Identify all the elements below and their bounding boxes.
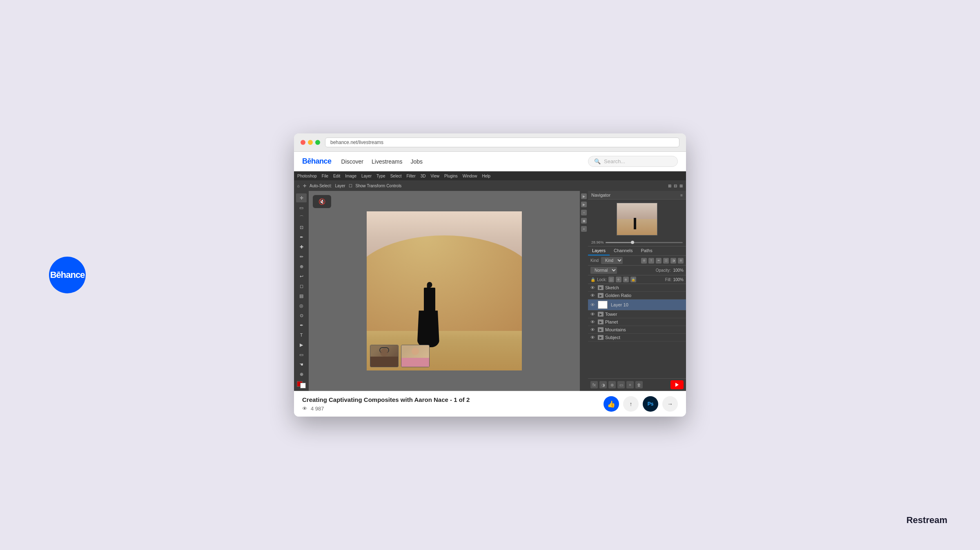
move-tool[interactable]: ✛ (296, 193, 307, 202)
lock-option-1[interactable]: ◫ (608, 277, 614, 282)
layer-visibility-icon[interactable]: 👁 (590, 335, 596, 340)
lasso-tool[interactable]: ⌒ (296, 213, 307, 222)
layer-group-button[interactable]: ▭ (617, 381, 625, 388)
like-button[interactable]: 👍 (604, 396, 619, 412)
next-button[interactable]: → (662, 396, 678, 412)
layer-adjustment-button[interactable]: ⊕ (608, 381, 616, 388)
share-button[interactable]: ↑ (623, 396, 639, 412)
ps-menu-select[interactable]: Select (390, 174, 402, 178)
ps-menu-help[interactable]: Help (482, 174, 490, 178)
panel-toggle-5[interactable]: ≡ (581, 226, 587, 232)
kind-dropdown[interactable]: Kind (601, 257, 623, 264)
dodge-tool[interactable]: ⊙ (296, 311, 307, 320)
layer-item[interactable]: 👁 ▶ Golden Ratio (588, 292, 686, 299)
ps-right-mini-tools: ▶ ▶ + ◼ ≡ (580, 191, 588, 391)
type-tool[interactable]: T (296, 330, 307, 339)
panel-toggle-1[interactable]: ▶ (581, 193, 587, 199)
nav-livestreams[interactable]: Livestreams (372, 158, 402, 165)
youtube-badge[interactable] (670, 380, 684, 389)
layer-mask-button[interactable]: ◑ (599, 381, 607, 388)
zoom-track[interactable] (606, 242, 683, 243)
ps-menu-image[interactable]: Image (345, 174, 356, 178)
layer-visibility-icon[interactable]: 👁 (590, 285, 596, 290)
layer-item[interactable]: 👁 ▶ Tower (588, 310, 686, 318)
clone-tool[interactable]: ⊕ (296, 262, 307, 271)
close-dot[interactable] (301, 140, 305, 145)
ps-button[interactable]: Ps (643, 396, 658, 412)
layer-delete-button[interactable]: 🗑 (635, 381, 643, 388)
layer-filter-icon-1[interactable]: ⊛ (641, 258, 647, 264)
minimize-dot[interactable] (308, 140, 313, 145)
path-selection-tool[interactable]: ▶ (296, 340, 307, 349)
navigator-collapse-icon[interactable]: ≡ (680, 193, 683, 197)
mute-button[interactable]: 🔇 (313, 195, 331, 208)
ps-menu-file[interactable]: File (322, 174, 328, 178)
layer-item[interactable]: 👁 ▶ Subject (588, 334, 686, 342)
layer-filter-icon-2[interactable]: T (648, 258, 654, 264)
nav-discover[interactable]: Discover (341, 158, 363, 165)
ps-menu-layer[interactable]: Layer (361, 174, 372, 178)
ps-menu-plugins[interactable]: Plugins (444, 174, 458, 178)
layer-item-selected[interactable]: 👁 Layer 10 (588, 299, 686, 310)
layer-item[interactable]: 👁 ▶ Mountains (588, 326, 686, 334)
ps-layer-dropdown[interactable]: Layer (335, 184, 345, 188)
layer-item[interactable]: 👁 ▶ Sketch (588, 284, 686, 292)
layer-filter-icon-6[interactable]: ⊗ (678, 258, 684, 264)
blur-tool[interactable]: ◎ (296, 301, 307, 310)
pen-tool[interactable]: ✒ (296, 321, 307, 330)
healing-tool[interactable]: ✚ (296, 242, 307, 251)
eraser-tool[interactable]: ◻ (296, 282, 307, 291)
ps-menu-type[interactable]: Type (376, 174, 385, 178)
brush-tool[interactable]: ✏ (296, 252, 307, 261)
shape-tool[interactable]: ▭ (296, 350, 307, 359)
blend-mode-dropdown[interactable]: Normal (590, 267, 617, 274)
zoom-thumb[interactable] (631, 241, 634, 244)
tab-paths[interactable]: Paths (637, 246, 657, 255)
background-color[interactable] (300, 383, 306, 388)
ps-menu-filter[interactable]: Filter (406, 174, 415, 178)
color-swatch[interactable] (297, 381, 306, 388)
ps-transform-checkbox[interactable]: ☐ (349, 184, 352, 188)
ps-menu-window[interactable]: Window (463, 174, 477, 178)
gradient-tool[interactable]: ▤ (296, 291, 307, 300)
ps-move-tool-icon[interactable]: ✛ (303, 184, 306, 188)
nav-jobs[interactable]: Jobs (410, 158, 423, 165)
ps-align-right-icon[interactable]: ⊞ (679, 184, 683, 188)
layer-visibility-icon[interactable]: 👁 (590, 312, 596, 317)
panel-toggle-2[interactable]: ▶ (581, 202, 587, 207)
layer-item[interactable]: 👁 ▶ Planet (588, 318, 686, 326)
layer-filter-icon-4[interactable]: ⊡ (663, 258, 669, 264)
lock-option-3[interactable]: ⊕ (623, 277, 629, 282)
layer-new-button[interactable]: + (626, 381, 634, 388)
ps-menu-edit[interactable]: Edit (333, 174, 340, 178)
crop-tool[interactable]: ⊡ (296, 223, 307, 232)
ps-align-left-icon[interactable]: ⊞ (668, 184, 671, 188)
layer-visibility-icon[interactable]: 👁 (590, 327, 596, 332)
address-bar[interactable]: behance.net/livestreams (325, 138, 679, 147)
layer-visibility-icon[interactable]: 👁 (590, 302, 596, 307)
layer-visibility-icon[interactable]: 👁 (590, 293, 596, 298)
tab-channels[interactable]: Channels (610, 246, 637, 255)
search-bar[interactable]: 🔍 Search... (588, 156, 678, 167)
ps-menu-view[interactable]: View (431, 174, 440, 178)
marquee-tool[interactable]: ▭ (296, 203, 307, 212)
tab-layers[interactable]: Layers (588, 246, 610, 255)
panel-toggle-3[interactable]: + (581, 210, 587, 215)
layer-fx-button[interactable]: fx (590, 381, 598, 388)
ps-align-center-icon[interactable]: ⊟ (674, 184, 677, 188)
lock-option-2[interactable]: ✛ (616, 277, 621, 282)
ps-menu-photoshop[interactable]: Photoshop (297, 174, 317, 178)
ps-home-icon[interactable]: ⌂ (297, 184, 300, 188)
layer-visibility-icon[interactable]: 👁 (590, 319, 596, 324)
eyedropper-tool[interactable]: ✒ (296, 233, 307, 242)
ps-menu-3d[interactable]: 3D (421, 174, 426, 178)
layer-filter-icon-3[interactable]: ✒ (656, 258, 662, 264)
zoom-slider[interactable]: 28.96% (588, 239, 686, 246)
layer-filter-icon-5[interactable]: ◑ (670, 258, 676, 264)
history-brush-tool[interactable]: ↩ (296, 272, 307, 281)
maximize-dot[interactable] (315, 140, 320, 145)
zoom-tool[interactable]: ⊕ (296, 370, 307, 379)
lock-option-4[interactable]: 🔒 (630, 277, 636, 282)
panel-toggle-4[interactable]: ◼ (581, 218, 587, 224)
hand-tool[interactable]: ☚ (296, 360, 307, 369)
